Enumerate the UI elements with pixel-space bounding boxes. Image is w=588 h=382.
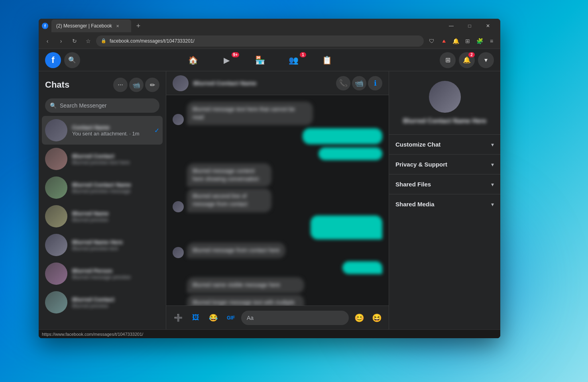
list-item[interactable]: Blurred Person Blurred message preview — [42, 259, 163, 288]
chat-header: Blurred Contact Name 📞 📹 ℹ — [166, 71, 389, 95]
sticker-button[interactable]: 😂 — [206, 311, 220, 325]
info-button[interactable]: ℹ — [368, 76, 382, 90]
chat-info: Blurred Person Blurred message preview — [72, 268, 159, 280]
privacy-support-item[interactable]: Privacy & Support ▾ — [389, 156, 500, 172]
chat-list: Contact Name You sent an attachment. · 1… — [39, 116, 166, 329]
video-call-button[interactable]: 📹 — [352, 76, 366, 90]
list-item[interactable]: Blurred Contact Blurred preview — [42, 288, 163, 317]
new-tab-button[interactable]: + — [133, 20, 144, 31]
watch-icon: ▶ — [224, 55, 230, 65]
bookmark-button[interactable]: ☆ — [83, 35, 94, 47]
panel-divider-4 — [389, 194, 500, 194]
browser-menu-button[interactable]: ≡ — [486, 35, 497, 47]
account-menu-button[interactable]: ▾ — [478, 52, 494, 68]
facebook-nav-right: ⊞ 🔔 2 ▾ — [440, 52, 494, 68]
chat-name: Blurred Name Here — [72, 239, 159, 245]
nav-groups[interactable]: 👥 1 — [277, 51, 309, 70]
message-row: Blurred message from contact here — [173, 243, 382, 259]
chat-main: Blurred Contact Name 📞 📹 ℹ Blurred messa… — [166, 71, 389, 329]
chats-video-button[interactable]: 📹 — [129, 78, 144, 92]
tab-close-button[interactable]: ✕ — [114, 23, 121, 29]
brave-rewards-icon[interactable]: 🔺 — [438, 35, 449, 47]
minimize-button[interactable]: — — [442, 20, 460, 32]
panel-divider-2 — [389, 154, 500, 155]
emoji-button[interactable]: 😊 — [352, 311, 366, 325]
message-bubble-received-5: Blurred name visible message here — [187, 277, 304, 293]
message-row — [173, 128, 382, 144]
apps-button[interactable]: ⊞ — [440, 52, 456, 68]
message-bubble-sent-3 — [311, 215, 382, 239]
list-item[interactable]: Blurred Contact Name Blurred preview mes… — [42, 173, 163, 202]
chats-compose-button[interactable]: ✏ — [145, 78, 159, 92]
laugh-button[interactable]: 😆 — [370, 311, 384, 325]
list-item[interactable]: Blurred Name Blurred preview — [42, 202, 163, 231]
add-attachment-button[interactable]: ➕ — [171, 311, 185, 325]
avatar — [45, 234, 67, 256]
brave-shield-icon[interactable]: 🛡 — [426, 35, 437, 47]
chat-name: Blurred Contact Name — [72, 182, 159, 188]
image-button[interactable]: 🖼 — [189, 311, 203, 325]
avatar — [45, 148, 67, 170]
shared-files-label: Shared Files — [395, 181, 431, 188]
chats-more-button[interactable]: ··· — [113, 78, 128, 92]
pages-icon: 📋 — [322, 55, 332, 65]
extension-icon-2[interactable]: ⊞ — [462, 35, 473, 47]
avatar — [45, 291, 67, 313]
facebook-logo: f — [45, 52, 61, 68]
extension-icon-3[interactable]: 🧩 — [474, 35, 485, 47]
maximize-button[interactable]: □ — [460, 20, 479, 32]
forward-button[interactable]: › — [55, 35, 67, 47]
reload-button[interactable]: ↻ — [69, 35, 80, 47]
message-bubble-sent — [303, 128, 382, 144]
message-bubble-received-4: Blurred message from contact here — [187, 243, 285, 259]
nav-home[interactable]: 🏠 — [177, 51, 209, 70]
browser-tab[interactable]: (2) Messenger | Facebook ✕ — [51, 20, 131, 32]
message-bubble-received-3: Blurred second line of message from cont… — [187, 188, 271, 212]
facebook-nav-center: 🏠 ▶ 9+ 🏪 👥 1 📋 — [80, 51, 440, 70]
close-button[interactable]: ✕ — [479, 20, 497, 32]
chat-item-active[interactable]: Contact Name You sent an attachment. · 1… — [42, 116, 163, 145]
shared-media-chevron: ▾ — [491, 201, 494, 208]
avatar — [45, 263, 67, 285]
message-row: Blurred message content here showing con… — [173, 163, 382, 212]
chats-search-bar[interactable]: 🔍 Search Messenger — [45, 98, 159, 113]
nav-pages[interactable]: 📋 — [311, 51, 343, 70]
status-bar: https://www.facebook.com/messages/t/1047… — [39, 329, 500, 338]
voice-call-button[interactable]: 📞 — [336, 76, 350, 90]
message-input[interactable]: Aa — [241, 311, 349, 325]
facebook-nav: f 🔍 🏠 ▶ 9+ 🏪 👥 1 📋 — [39, 49, 500, 71]
message-input-placeholder: Aa — [247, 315, 254, 321]
notifications-button[interactable]: 🔔 2 — [459, 52, 475, 68]
facebook-app: f 🔍 🏠 ▶ 9+ 🏪 👥 1 📋 — [39, 49, 500, 338]
chat-info: Blurred Contact Blurred preview text her… — [72, 153, 159, 165]
nav-marketplace[interactable]: 🏪 — [244, 51, 276, 70]
nav-watch[interactable]: ▶ 9+ — [210, 51, 242, 70]
chats-sidebar: Chats ··· 📹 ✏ 🔍 Search Messenger — [39, 71, 166, 329]
avatar — [45, 205, 67, 227]
back-button[interactable]: ‹ — [42, 35, 53, 47]
address-bar[interactable]: 🔒 facebook.com/messages/t/1047333201/ — [96, 35, 424, 47]
chat-preview: Blurred message preview — [72, 274, 159, 280]
facebook-search-button[interactable]: 🔍 — [64, 52, 80, 68]
list-item[interactable]: Blurred Contact Blurred preview text her… — [42, 145, 163, 173]
shared-files-item[interactable]: Shared Files ▾ — [389, 176, 500, 192]
gif-button[interactable]: GIF — [224, 311, 238, 325]
chat-preview: You sent an attachment. · 1m — [72, 131, 149, 137]
message-bubble-received-2: Blurred message content here showing con… — [187, 163, 271, 187]
groups-badge: 1 — [300, 52, 306, 57]
message-row: Blurred message text here that cannot be… — [173, 102, 382, 125]
groups-icon: 👥 — [289, 55, 299, 65]
chat-preview: Blurred preview — [72, 303, 159, 309]
list-item[interactable]: Blurred Name Here Blurred preview text — [42, 231, 163, 259]
chat-messages: Blurred message text here that cannot be… — [166, 95, 389, 306]
ssl-icon: 🔒 — [101, 38, 106, 43]
extension-icon-1[interactable]: 🔔 — [450, 35, 461, 47]
chats-header: Chats ··· 📹 ✏ — [39, 71, 166, 95]
customize-chat-item[interactable]: Customize Chat ▾ — [389, 136, 500, 153]
shared-media-item[interactable]: Shared Media ▾ — [389, 196, 500, 212]
message-row — [173, 215, 382, 239]
panel-divider — [389, 134, 500, 135]
chat-preview: Blurred preview — [72, 217, 159, 223]
chat-name: Contact Name — [72, 124, 149, 131]
panel-contact-name: Blurred Contact Name Here — [403, 118, 486, 125]
